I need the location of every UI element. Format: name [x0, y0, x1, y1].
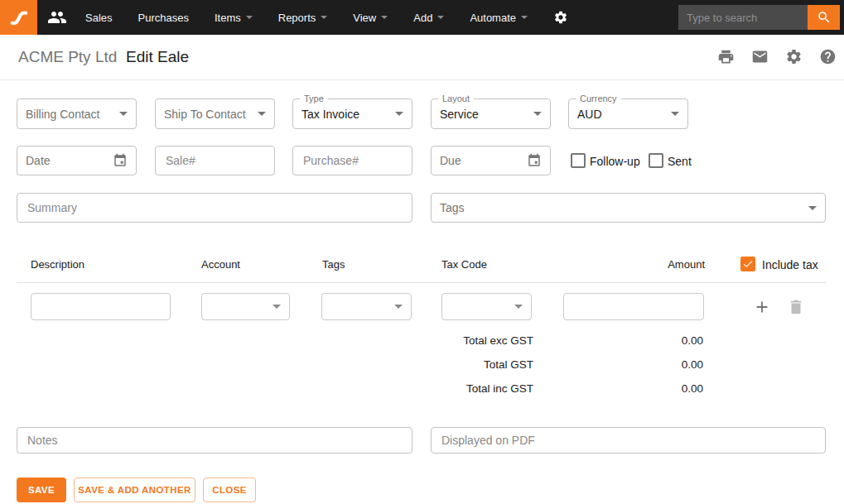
- chevron-down-icon: [521, 16, 528, 19]
- summary-input[interactable]: [17, 193, 412, 223]
- company-name: ACME Pty Ltd: [18, 48, 117, 66]
- help-icon[interactable]: [819, 48, 837, 65]
- total-gst-label: Total GST: [368, 358, 533, 371]
- menu-label: Add: [413, 12, 432, 24]
- menu-item-automate[interactable]: Automate: [470, 12, 528, 24]
- chevron-down-icon: [437, 16, 444, 19]
- column-header-amount: Amount: [622, 258, 705, 271]
- printer-icon[interactable]: [717, 48, 735, 65]
- edit-sale-page: Sales Purchases Items Reports View Add A…: [0, 0, 844, 504]
- chevron-down-icon: [395, 112, 403, 116]
- people-icon: [47, 7, 67, 27]
- layout-label: Layout: [438, 94, 474, 104]
- menu-item-sales[interactable]: Sales: [85, 12, 113, 24]
- delete-line-button[interactable]: [787, 298, 805, 316]
- column-header-account: Account: [201, 258, 240, 271]
- column-header-taxcode: Tax Code: [441, 258, 487, 271]
- layout-value: Service: [440, 108, 479, 121]
- tags-placeholder: Tags: [440, 201, 465, 214]
- currency-value: AUD: [577, 108, 602, 121]
- date-placeholder: Date: [26, 154, 51, 167]
- check-icon: [742, 258, 754, 270]
- menu-label: Purchases: [138, 12, 189, 24]
- chevron-down-icon: [671, 112, 679, 116]
- date-field[interactable]: Date: [17, 146, 137, 175]
- line-amount-input[interactable]: [563, 293, 704, 320]
- line-taxcode-select[interactable]: [441, 293, 532, 320]
- chevron-down-icon: [258, 112, 266, 116]
- search-icon: [817, 10, 832, 25]
- displayed-on-pdf-input[interactable]: [431, 427, 826, 454]
- chevron-down-icon: [246, 16, 253, 19]
- nav-settings-button[interactable]: [553, 10, 568, 25]
- type-select[interactable]: Type Tax Invoice: [292, 98, 412, 129]
- currency-label: Currency: [576, 94, 621, 104]
- trash-icon: [787, 298, 805, 316]
- tags-select[interactable]: Tags: [431, 193, 826, 223]
- search-button[interactable]: [808, 5, 840, 30]
- menu-label: Automate: [470, 12, 516, 24]
- chevron-down-icon: [272, 305, 281, 309]
- sent-checkbox[interactable]: [649, 153, 663, 168]
- save-add-another-button[interactable]: SAVE & ADD ANOTHER: [74, 478, 195, 502]
- header-actions: [717, 48, 837, 65]
- settings-gear-icon[interactable]: [785, 48, 803, 65]
- chevron-down-icon: [321, 16, 327, 19]
- column-header-description: Description: [31, 258, 84, 271]
- chevron-down-icon: [808, 206, 817, 210]
- table-divider: [17, 282, 826, 283]
- chevron-down-icon: [533, 112, 542, 116]
- close-button[interactable]: CLOSE: [203, 478, 256, 502]
- chevron-down-icon: [381, 16, 388, 19]
- save-button[interactable]: SAVE: [17, 478, 66, 502]
- total-exc-gst-value: 0.00: [620, 334, 703, 347]
- page-title: Edit Eale: [126, 48, 189, 66]
- billing-contact-select[interactable]: Billing Contact: [17, 98, 137, 129]
- menu-item-view[interactable]: View: [353, 12, 388, 24]
- menu-item-add[interactable]: Add: [413, 12, 444, 24]
- chevron-down-icon: [514, 305, 523, 309]
- chevron-down-icon: [119, 112, 128, 116]
- billing-contact-placeholder: Billing Contact: [26, 108, 100, 121]
- page-header: ACME Pty Ltd Edit Eale: [0, 35, 844, 80]
- type-label: Type: [300, 94, 328, 104]
- followup-label: Follow-up: [590, 155, 640, 168]
- main-menu: Sales Purchases Items Reports View Add A…: [85, 12, 553, 24]
- ship-to-contact-select[interactable]: Ship To Contact: [155, 98, 275, 129]
- line-tags-select[interactable]: [321, 293, 412, 320]
- due-date-field[interactable]: Due: [431, 146, 551, 175]
- chevron-down-icon: [394, 305, 403, 309]
- search-input[interactable]: [678, 5, 808, 30]
- total-exc-gst-label: Total exc GST: [368, 334, 533, 347]
- due-placeholder: Due: [440, 154, 461, 167]
- sent-label: Sent: [668, 155, 692, 168]
- calendar-icon: [113, 153, 128, 168]
- purchase-number-input[interactable]: [292, 146, 412, 175]
- total-inc-gst-value: 0.00: [620, 382, 703, 395]
- mail-icon[interactable]: [751, 48, 769, 65]
- menu-item-items[interactable]: Items: [215, 12, 253, 24]
- menu-item-purchases[interactable]: Purchases: [138, 12, 189, 24]
- gear-icon: [553, 10, 568, 25]
- contacts-button[interactable]: [47, 7, 67, 27]
- total-inc-gst-label: Total inc GST: [368, 382, 533, 395]
- add-line-button[interactable]: [753, 298, 771, 316]
- layout-select[interactable]: Layout Service: [431, 98, 551, 129]
- sale-number-input[interactable]: [155, 146, 275, 175]
- line-description-input[interactable]: [31, 293, 171, 320]
- top-nav: Sales Purchases Items Reports View Add A…: [0, 0, 844, 35]
- currency-select[interactable]: Currency AUD: [568, 98, 688, 129]
- notes-input[interactable]: [17, 427, 412, 454]
- followup-checkbox[interactable]: [571, 153, 586, 168]
- total-gst-value: 0.00: [620, 358, 703, 371]
- calendar-icon: [527, 153, 542, 168]
- menu-label: View: [353, 12, 376, 24]
- logo-swoosh-icon: [7, 5, 31, 30]
- type-value: Tax Invoice: [301, 108, 359, 121]
- menu-label: Sales: [85, 12, 113, 24]
- app-logo[interactable]: [0, 0, 37, 35]
- line-account-select[interactable]: [201, 293, 290, 320]
- include-tax-checkbox[interactable]: [740, 257, 755, 271]
- menu-item-reports[interactable]: Reports: [278, 12, 328, 24]
- global-search: [678, 5, 840, 30]
